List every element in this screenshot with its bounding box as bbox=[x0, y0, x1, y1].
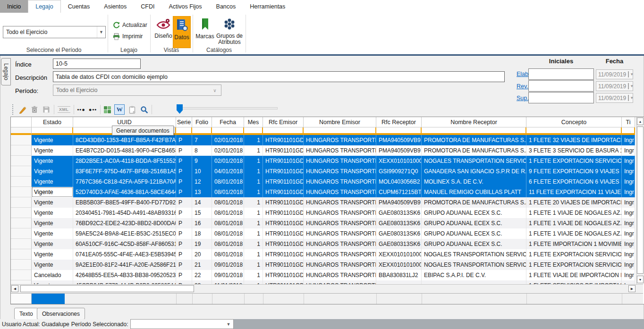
rev-link[interactable]: Rev. bbox=[517, 83, 528, 90]
grid-cell-rfc_emisor[interactable]: HTR901101GD bbox=[263, 239, 304, 249]
table-row[interactable]: Cancelado42648B55-EE5A-4B33-BB38-0952052… bbox=[11, 270, 636, 280]
grid-cell-folio[interactable]: 9 bbox=[192, 156, 212, 166]
grid-cell-concepto[interactable]: 6 FLETE EXPORTACION 6 VIAJES DE B bbox=[526, 177, 622, 187]
column-header-concepto[interactable]: Concepto bbox=[526, 117, 622, 127]
grid-cell-estado[interactable]: Vigente bbox=[32, 280, 73, 284]
grid-cell-concepto[interactable]: 1 FLETE SERVICIOS DE IMPORTACION bbox=[526, 280, 622, 284]
tab-observaciones[interactable]: Observaciones bbox=[37, 308, 85, 320]
column-header-fecha[interactable]: Fecha bbox=[212, 117, 244, 127]
column-header-nombre_emisor[interactable]: Nombre Emisor bbox=[304, 117, 376, 127]
grid-cell-mes[interactable]: 1 bbox=[244, 135, 263, 145]
tab-asientos[interactable]: Asientos bbox=[97, 0, 134, 13]
grid-cell-uuid[interactable]: 60A510CF-916C-4C5D-858F-AF860531F844 bbox=[73, 239, 176, 249]
row-gutter-cell[interactable] bbox=[11, 197, 32, 208]
grid-cell-folio[interactable]: 21 bbox=[192, 260, 212, 270]
grid-cell-folio[interactable]: 13 bbox=[192, 187, 212, 197]
grid-cell-uuid[interactable]: EBB5B03F-B8E5-49FF-B400-FD77D925E439 bbox=[73, 197, 176, 208]
grid-cell-mes[interactable]: 1 bbox=[244, 249, 263, 260]
rev-iniciales-input[interactable] bbox=[528, 80, 594, 92]
grid-cell-nombre_receptor[interactable]: GRUPO ADUANAL ECEX S.C. bbox=[422, 228, 526, 239]
excel-grid-icon[interactable] bbox=[104, 106, 111, 113]
row-gutter-cell[interactable] bbox=[11, 156, 32, 166]
table-row[interactable]: Vigente60A510CF-916C-4C5D-858F-AF860531F… bbox=[11, 239, 636, 249]
summary-cell[interactable] bbox=[304, 294, 376, 304]
filter-cell-nombre_emisor[interactable] bbox=[304, 127, 376, 135]
grid-cell-nombre_receptor[interactable]: NOGALES TRANSPORTATION SERVICE LLC bbox=[422, 249, 526, 260]
grid-cell-concepto[interactable]: 1 FLETE IMPORTACION 1 MOVIMIENT bbox=[526, 239, 622, 249]
grid-cell-concepto[interactable]: 1 FLETE 20 VIAJES DE IMPORTACIONE bbox=[526, 197, 622, 208]
imprimir-button[interactable]: Imprimir bbox=[112, 32, 143, 41]
column-header-folio[interactable]: Folio bbox=[192, 117, 212, 127]
save-icon[interactable] bbox=[42, 105, 51, 114]
grid-cell-tipo[interactable]: Ingr bbox=[622, 156, 635, 166]
grid-cell-rfc_emisor[interactable]: HTR901101GD bbox=[263, 177, 304, 187]
grid-cell-serie[interactable]: P bbox=[176, 208, 192, 218]
row-gutter-cell[interactable] bbox=[11, 208, 32, 218]
status-period-dropdown[interactable]: ▼ bbox=[130, 319, 234, 329]
grid-cell-folio[interactable]: 22 bbox=[192, 270, 212, 280]
grid-cell-nombre_emisor[interactable]: HUNGAROS TRANSPORTISTA bbox=[304, 177, 376, 187]
grid-cell-fecha[interactable]: 09/01/2018 bbox=[212, 270, 244, 280]
grid-cell-estado[interactable]: Vigente bbox=[32, 166, 73, 177]
grid-cell-serie[interactable]: P bbox=[176, 249, 192, 260]
row-gutter-cell[interactable] bbox=[11, 135, 32, 145]
grid-cell-nombre_receptor[interactable]: GRUPO ADUANAL ECEX S.C. bbox=[422, 208, 526, 218]
grid-cell-estado[interactable]: Vigente bbox=[32, 197, 73, 208]
diseno-button[interactable]: Diseño bbox=[154, 16, 172, 48]
grid-cell-rfc_receptor[interactable]: MOL0403056B2 bbox=[376, 177, 422, 187]
grid-cell-estado[interactable]: Cancelado bbox=[32, 270, 73, 280]
grid-cell-tipo[interactable]: Ingr bbox=[622, 166, 635, 177]
table-row[interactable]: Vigente76BD92C2-EDE2-423D-8BD2-8D00DA0BE… bbox=[11, 218, 636, 228]
column-header-tipo[interactable]: Ti bbox=[622, 117, 635, 127]
indice-input[interactable]: 10-5 bbox=[53, 59, 141, 69]
grid-cell-rfc_emisor[interactable]: HTR901101GD bbox=[263, 208, 304, 218]
word-icon[interactable]: W bbox=[114, 104, 125, 115]
vertical-scroll-thumb[interactable] bbox=[637, 127, 644, 274]
horizontal-scroll-thumb[interactable] bbox=[20, 285, 194, 292]
descripcion-input[interactable]: Tabla de datos CFDI con domicilio ejempl… bbox=[53, 71, 505, 82]
grid-cell-tipo[interactable]: Ingr bbox=[622, 270, 635, 280]
toolbar-grip-handle[interactable] bbox=[12, 104, 15, 115]
grid-cell-fecha[interactable]: 08/01/2018 bbox=[212, 197, 244, 208]
table-row[interactable]: Vigente45CBB04B-5779-4A4B-B0B0-095205440… bbox=[11, 280, 636, 284]
grid-cell-rfc_emisor[interactable]: HTR901101GD bbox=[263, 166, 304, 177]
grid-cell-estado[interactable]: Vigente bbox=[32, 239, 73, 249]
grid-cell-fecha[interactable]: 08/01/2018 bbox=[212, 228, 244, 239]
grid-cell-tipo[interactable]: Ingr bbox=[622, 228, 635, 239]
table-row[interactable]: Vigente9A2E1E00-81F2-441F-A20E-A2586F215… bbox=[11, 260, 636, 270]
grid-cell-nombre_receptor[interactable]: GRUPO ADUANAL ECEX S.C. bbox=[422, 239, 526, 249]
grid-cell-uuid[interactable]: 7767C366-C818-42FA-A5F9-121BA70A765C bbox=[73, 177, 176, 187]
row-gutter-cell[interactable] bbox=[11, 280, 32, 284]
grid-cell-tipo[interactable]: Ingr bbox=[622, 187, 635, 197]
grid-cell-concepto[interactable]: 11 FLETE EXPORTACION 11 VIAJES DE bbox=[526, 187, 622, 197]
grid-cell-rfc_receptor[interactable]: PMA940509VB9 bbox=[376, 145, 422, 156]
grid-cell-rfc_emisor[interactable]: HTR901101GD bbox=[263, 249, 304, 260]
grid-cell-serie[interactable]: P bbox=[176, 197, 192, 208]
grid-cell-nombre_receptor[interactable]: PROMOTORA DE MANUFACTURAS S.A. DI bbox=[422, 135, 526, 145]
grid-cell-serie[interactable]: P bbox=[176, 177, 192, 187]
column-header-rfc_receptor[interactable]: Rfc Receptor bbox=[376, 117, 422, 127]
grid-cell-tipo[interactable]: Ingr bbox=[622, 177, 635, 187]
grid-cell-estado[interactable]: Vigente bbox=[32, 156, 73, 166]
summary-cell[interactable] bbox=[526, 294, 622, 304]
grid-cell-tipo[interactable]: Ingr bbox=[622, 197, 635, 208]
grid-cell-rfc_emisor[interactable]: HTR901101GD bbox=[263, 197, 304, 208]
summary-cell[interactable] bbox=[263, 294, 304, 304]
grid-cell-serie[interactable]: P bbox=[176, 156, 192, 166]
grid-cell-serie[interactable]: P bbox=[176, 187, 192, 197]
grid-cell-nombre_receptor[interactable]: GRUPO ADUANAL ECEX S.C. bbox=[422, 218, 526, 228]
grid-cell-estado[interactable]: Vigente bbox=[32, 135, 73, 145]
row-gutter-cell[interactable] bbox=[11, 145, 32, 156]
grid-cell-mes[interactable]: 1 bbox=[244, 228, 263, 239]
scroll-right-icon[interactable]: ▶ bbox=[628, 285, 636, 292]
grid-cell-mes[interactable]: 1 bbox=[244, 156, 263, 166]
dots-left-icon[interactable]: ••● bbox=[77, 107, 85, 112]
grid-cell-nombre_receptor[interactable]: MANUEL REMIGIO CUBILLAS PLATT bbox=[422, 187, 526, 197]
grid-cell-estado[interactable]: Vigente bbox=[32, 260, 73, 270]
grid-cell-nombre_receptor[interactable] bbox=[422, 280, 526, 284]
grid-cell-rfc_emisor[interactable]: HTR901101GD bbox=[263, 218, 304, 228]
tab-activos-fijos[interactable]: Activos Fijos bbox=[161, 0, 209, 13]
row-gutter-cell[interactable] bbox=[11, 177, 32, 187]
scroll-left-icon[interactable]: ◀ bbox=[11, 285, 18, 292]
grid-cell-nombre_emisor[interactable]: HUNGAROS TRANSPORTISTA bbox=[304, 187, 376, 197]
